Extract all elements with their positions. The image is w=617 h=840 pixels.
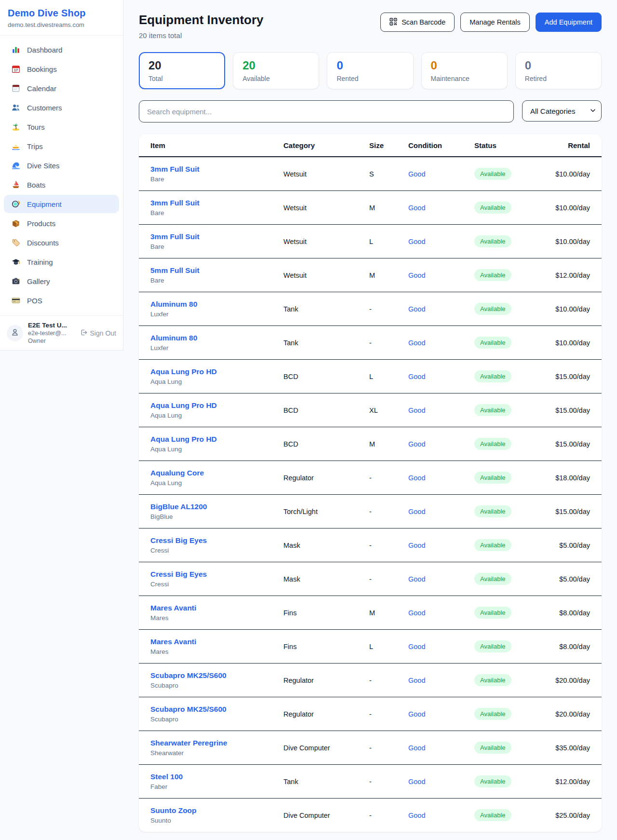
sign-out-button[interactable]: Sign Out: [80, 329, 116, 338]
sidebar-item-equipment[interactable]: Equipment: [4, 195, 119, 213]
sidebar-item-dive-sites[interactable]: Dive Sites: [4, 156, 119, 175]
sidebar-item-pos[interactable]: POS: [4, 291, 119, 310]
item-size: -: [369, 812, 408, 819]
condition-link[interactable]: Good: [408, 812, 425, 819]
item-name-link[interactable]: Aqua Lung Pro HD: [150, 367, 217, 376]
stat-card-maintenance[interactable]: 0 Maintenance: [421, 52, 508, 89]
sidebar-item-label: Equipment: [27, 200, 62, 208]
item-category: Wetsuit: [283, 271, 369, 279]
item-name-link[interactable]: Scubapro MK25/S600: [150, 671, 227, 679]
item-category: Mask: [283, 542, 369, 549]
search-input[interactable]: [139, 100, 514, 122]
item-brand: Shearwater: [150, 749, 283, 757]
item-size: -: [369, 778, 408, 786]
status-badge: Available: [474, 370, 511, 382]
item-brand: Mares: [150, 648, 283, 655]
status-badge: Available: [474, 337, 511, 349]
item-category: Mask: [283, 575, 369, 583]
training-icon: [12, 257, 20, 266]
condition-link[interactable]: Good: [408, 204, 425, 212]
scan-barcode-button[interactable]: Scan Barcode: [380, 13, 455, 32]
sidebar-item-dashboard[interactable]: Dashboard: [4, 41, 119, 59]
condition-link[interactable]: Good: [408, 542, 425, 549]
stat-card-retired[interactable]: 0 Retired: [515, 52, 602, 89]
table-row: Shearwater Peregrine Shearwater Dive Com…: [139, 731, 602, 765]
sidebar-item-gallery[interactable]: Gallery: [4, 272, 119, 290]
condition-link[interactable]: Good: [408, 609, 425, 617]
item-brand: Scubapro: [150, 716, 283, 723]
stat-card-rented[interactable]: 0 Rented: [327, 52, 413, 89]
condition-link[interactable]: Good: [408, 406, 425, 414]
condition-link[interactable]: Good: [408, 744, 425, 752]
sidebar-item-discounts[interactable]: Discounts: [4, 233, 119, 252]
equipment-table: Item Category Size Condition Status Rent…: [139, 134, 602, 832]
rental-rate: $10.00/day: [547, 238, 590, 245]
item-brand: Aqua Lung: [150, 378, 283, 385]
sidebar-item-training[interactable]: Training: [4, 253, 119, 271]
condition-link[interactable]: Good: [408, 643, 425, 650]
item-name-link[interactable]: Cressi Big Eyes: [150, 536, 207, 544]
table-row: Mares Avanti Mares Fins L Good Available…: [139, 630, 602, 664]
item-name-link[interactable]: Aluminum 80: [150, 300, 197, 308]
add-equipment-button[interactable]: Add Equipment: [536, 13, 602, 32]
status-badge: Available: [474, 775, 511, 787]
item-name-link[interactable]: Suunto Zoop: [150, 806, 197, 814]
item-name-link[interactable]: 3mm Full Suit: [150, 165, 200, 173]
item-name-link[interactable]: Aqua Lung Pro HD: [150, 401, 217, 409]
condition-link[interactable]: Good: [408, 474, 425, 482]
sidebar-item-customers[interactable]: Customers: [4, 98, 119, 117]
sidebar-item-calendar[interactable]: Calendar: [4, 79, 119, 97]
item-name-link[interactable]: Aqua Lung Pro HD: [150, 435, 217, 443]
condition-link[interactable]: Good: [408, 508, 425, 515]
stat-value: 0: [431, 59, 498, 72]
item-category: Regulator: [283, 710, 369, 718]
item-name-link[interactable]: Mares Avanti: [150, 604, 196, 612]
condition-link[interactable]: Good: [408, 677, 425, 684]
condition-link[interactable]: Good: [408, 710, 425, 718]
condition-link[interactable]: Good: [408, 271, 425, 279]
item-category: Tank: [283, 305, 369, 313]
item-size: M: [369, 204, 408, 212]
search-row: All Categories: [139, 100, 602, 122]
condition-link[interactable]: Good: [408, 305, 425, 313]
sidebar-item-trips[interactable]: Trips: [4, 137, 119, 155]
item-name-link[interactable]: Steel 100: [150, 772, 183, 781]
item-size: -: [369, 575, 408, 583]
condition-link[interactable]: Good: [408, 170, 425, 178]
item-brand: Aqua Lung: [150, 446, 283, 453]
item-name-link[interactable]: Scubapro MK25/S600: [150, 705, 227, 713]
item-name-link[interactable]: 3mm Full Suit: [150, 232, 200, 241]
item-brand: Luxfer: [150, 344, 283, 352]
condition-link[interactable]: Good: [408, 440, 425, 448]
item-category: Tank: [283, 778, 369, 786]
rental-rate: $15.00/day: [547, 406, 590, 414]
stat-value: 20: [148, 59, 215, 72]
stat-card-available[interactable]: 20 Available: [233, 52, 319, 89]
item-name-link[interactable]: 5mm Full Suit: [150, 266, 200, 274]
item-size: M: [369, 271, 408, 279]
products-icon: [12, 219, 20, 228]
item-name-link[interactable]: Shearwater Peregrine: [150, 739, 227, 747]
sidebar-item-products[interactable]: Products: [4, 214, 119, 232]
item-name-link[interactable]: 3mm Full Suit: [150, 199, 200, 207]
brand-domain: demo.test.divestreams.com: [8, 21, 115, 28]
item-name-link[interactable]: Mares Avanti: [150, 637, 196, 646]
item-name-link[interactable]: Aqualung Core: [150, 469, 204, 477]
item-name-link[interactable]: BigBlue AL1200: [150, 502, 207, 511]
item-size: M: [369, 440, 408, 448]
sidebar-item-tours[interactable]: Tours: [4, 118, 119, 136]
item-name-link[interactable]: Aluminum 80: [150, 334, 197, 342]
condition-link[interactable]: Good: [408, 238, 425, 245]
sidebar-item-label: Training: [27, 258, 53, 266]
manage-rentals-button[interactable]: Manage Rentals: [460, 13, 530, 32]
category-select[interactable]: All Categories: [522, 100, 602, 122]
sidebar-item-boats[interactable]: Boats: [4, 176, 119, 194]
condition-link[interactable]: Good: [408, 575, 425, 583]
sidebar-item-bookings[interactable]: 17 Bookings: [4, 60, 119, 78]
item-name-link[interactable]: Cressi Big Eyes: [150, 570, 207, 578]
condition-link[interactable]: Good: [408, 778, 425, 786]
stat-card-total[interactable]: 20 Total: [139, 52, 225, 89]
sidebar-item-label: Calendar: [27, 84, 56, 93]
condition-link[interactable]: Good: [408, 373, 425, 380]
condition-link[interactable]: Good: [408, 339, 425, 347]
